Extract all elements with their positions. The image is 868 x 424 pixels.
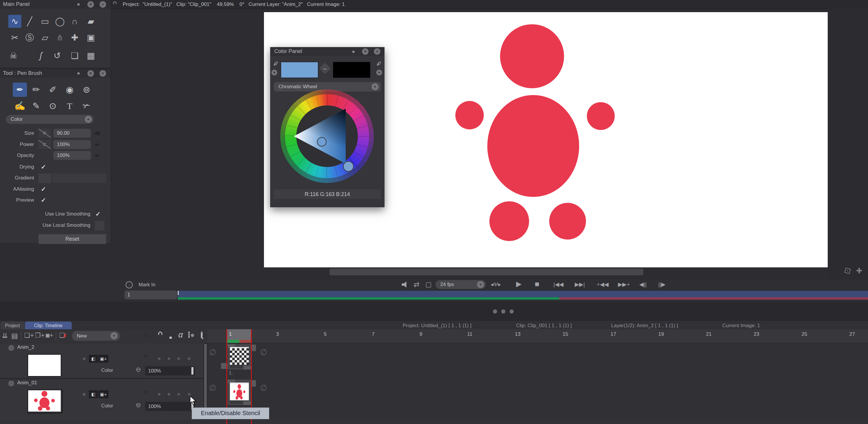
- zoom-timeline-icon[interactable]: [201, 331, 203, 338]
- close-panel-icon[interactable]: ✕: [99, 1, 106, 8]
- layer-toggle-dot[interactable]: [188, 357, 190, 360]
- primary-color-menu-icon[interactable]: ▼: [271, 70, 277, 75]
- tab-project[interactable]: Project: [1, 322, 24, 330]
- collapse-layers-icon[interactable]: ⇊: [2, 332, 8, 340]
- layer-toggle-dot[interactable]: [168, 357, 170, 360]
- freehand-tool[interactable]: ∿: [8, 15, 21, 28]
- mark-in-icon[interactable]: ↓: [126, 281, 133, 288]
- layer-thumbnail[interactable]: [28, 354, 61, 377]
- spline-tool[interactable]: ʃ: [34, 49, 48, 62]
- camera-tool[interactable]: ▣: [85, 31, 97, 44]
- opacity-spin-widget[interactable]: ◀▶: [94, 151, 100, 160]
- add-palette-icon[interactable]: ◙+: [45, 332, 53, 339]
- frame-cell-anim01[interactable]: [227, 380, 251, 405]
- toggle-alpha-icon[interactable]: α: [178, 330, 183, 339]
- panel-splitter[interactable]: [0, 302, 868, 321]
- layer-name[interactable]: Anim_2: [17, 344, 34, 350]
- chevron-down-icon[interactable]: ▼: [111, 332, 118, 339]
- step-back-button[interactable]: ◀||: [639, 280, 646, 289]
- instance-split-icon[interactable]: ◧: [89, 390, 98, 398]
- canvas-hscrollbar[interactable]: [330, 268, 644, 275]
- layer-thumbnail[interactable]: [28, 390, 63, 413]
- layer-option-dot[interactable]: [83, 393, 86, 396]
- cell-extend-handle[interactable]: [251, 345, 256, 351]
- line-tool[interactable]: ╱: [23, 15, 36, 28]
- gradient-bar[interactable]: [52, 173, 106, 183]
- cell-thumbnail-transparent[interactable]: [230, 348, 249, 365]
- cell-handle[interactable]: [244, 401, 251, 405]
- main-panel-titlebar[interactable]: Main Panel ▼ ✕: [0, 0, 111, 8]
- blend-mode-label[interactable]: Color: [89, 401, 113, 411]
- eyedropper-icon[interactable]: ✑: [271, 59, 280, 68]
- transform-tool[interactable]: ▱: [38, 31, 52, 44]
- pan-view-icon[interactable]: ✚: [856, 266, 862, 275]
- layer-toggle-dot[interactable]: [168, 393, 170, 396]
- opacity-field[interactable]: 100%: [53, 151, 91, 160]
- hue-selector[interactable]: [343, 161, 354, 172]
- curve-tool[interactable]: ∩: [68, 15, 81, 28]
- layer-toggle-dot[interactable]: [158, 393, 161, 396]
- layer-opacity-slider[interactable]: 100%: [145, 366, 195, 376]
- layer-toggle-dot[interactable]: [178, 393, 180, 396]
- add-folder-icon[interactable]: ❐+: [35, 332, 45, 339]
- chalk-brush[interactable]: ✐: [45, 83, 60, 97]
- collapse-panel-icon[interactable]: ▼: [87, 1, 94, 8]
- cell-thumbnail-figure[interactable]: [230, 384, 249, 400]
- cell-handle[interactable]: [244, 366, 251, 369]
- secondary-color-swatch[interactable]: [333, 62, 370, 78]
- ellipse-tool[interactable]: ◯: [53, 15, 66, 28]
- instance-split-icon[interactable]: ◧: [89, 355, 98, 363]
- collapse-layer-icon[interactable]: −: [8, 381, 14, 386]
- timeline-range-bar[interactable]: [178, 291, 868, 297]
- collapse-panel-icon[interactable]: ▼: [362, 48, 369, 55]
- splitter-handle[interactable]: [501, 309, 505, 314]
- pen-brush[interactable]: ✒: [13, 83, 27, 97]
- chromatic-wheel[interactable]: [280, 90, 374, 183]
- reset-button[interactable]: Reset: [38, 234, 106, 244]
- brush-mode-dropdown[interactable]: Color ▼: [6, 115, 94, 124]
- go-to-start-button[interactable]: |◀◀: [553, 280, 563, 289]
- drying-checkbox[interactable]: ✓: [41, 163, 46, 171]
- speaker-icon[interactable]: [402, 281, 408, 288]
- tab-clip-timeline[interactable]: Clip: Timeline: [25, 322, 72, 330]
- wet-brush[interactable]: ⊙: [45, 99, 60, 113]
- go-to-end-button[interactable]: ▶▶|: [575, 280, 585, 289]
- move-tool[interactable]: ✚: [68, 31, 81, 44]
- pencil-brush[interactable]: ✏: [29, 83, 43, 97]
- oil-brush[interactable]: ⊚: [80, 83, 94, 97]
- preview-checkbox[interactable]: ✓: [41, 196, 46, 205]
- blend-mode-label[interactable]: Color: [89, 366, 113, 375]
- fishbone-tool[interactable]: ⋔: [53, 31, 66, 44]
- current-frame-input[interactable]: 1: [124, 290, 177, 299]
- layer-toggle-dot[interactable]: [178, 357, 180, 360]
- fill-tool[interactable]: ▰: [85, 15, 97, 28]
- layer-toggle-dot[interactable]: [188, 393, 190, 396]
- primary-color-swatch[interactable]: [281, 62, 318, 78]
- layer-option-dot[interactable]: [83, 357, 86, 360]
- collapse-panel-icon[interactable]: ▼: [87, 70, 94, 77]
- chevron-down-icon[interactable]: ▼: [85, 116, 92, 123]
- aaliasing-checkbox[interactable]: ✓: [41, 185, 46, 194]
- layer-toggle-dot[interactable]: [158, 357, 161, 360]
- instance-add-icon[interactable]: ▣+: [98, 390, 108, 398]
- size-profile-box[interactable]: P: [38, 129, 51, 138]
- new-layer-dropdown[interactable]: New ▼: [72, 331, 120, 341]
- close-panel-icon[interactable]: ✕: [374, 48, 380, 55]
- loop-icon[interactable]: ⇄: [413, 280, 420, 289]
- line-smoothing-checkbox[interactable]: ✓: [95, 209, 101, 219]
- text-tool[interactable]: T: [63, 99, 77, 113]
- stop-button[interactable]: ■: [535, 280, 539, 288]
- step-forward-button[interactable]: ||▶: [658, 280, 665, 289]
- add-layer-icon[interactable]: ❏+: [24, 332, 34, 339]
- vscrollbar-thumb[interactable]: [204, 344, 207, 418]
- frame-cell-anim2[interactable]: [227, 344, 251, 369]
- secondary-color-menu-icon[interactable]: ▼: [376, 70, 382, 75]
- cut-selection-tool[interactable]: ✂: [8, 31, 21, 44]
- toggle-stencil-icon[interactable]: [188, 332, 190, 338]
- power-profile-box[interactable]: C: [38, 140, 51, 149]
- local-smoothing-checkbox[interactable]: [95, 221, 104, 230]
- power-spin-widget[interactable]: ◀▶: [94, 140, 100, 149]
- tool-panel-titlebar[interactable]: Tool : Pen Brush ▼ ✕: [0, 69, 111, 77]
- gradient-swatch[interactable]: [38, 173, 51, 183]
- rotate-tool[interactable]: ↺: [51, 49, 64, 62]
